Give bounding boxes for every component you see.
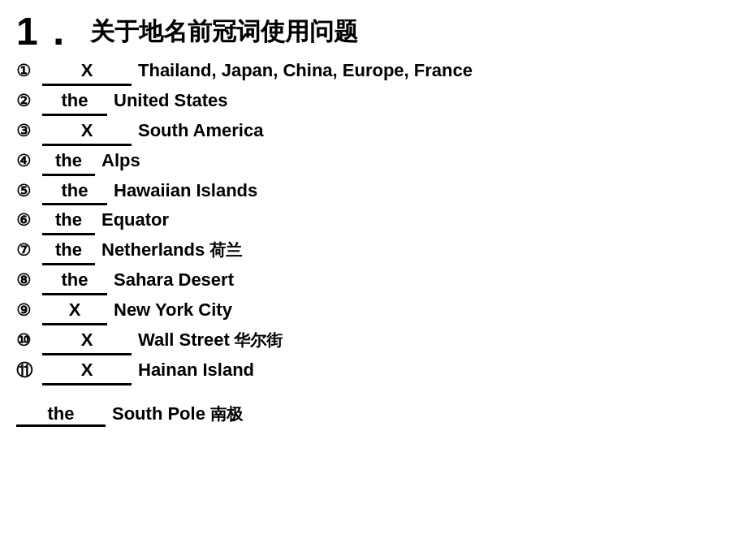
title-row: 1． 关于地名前冠词使用问题 [16, 12, 731, 51]
extra-row: the South Pole 南极 [16, 403, 731, 427]
item-content: Equator [101, 207, 169, 233]
item-number: ⑪ [16, 359, 42, 382]
item-number: ⑩ [16, 329, 42, 352]
item-list: ①XThailand, Japan, China, Europe, France… [16, 58, 731, 386]
item-content: Hainan Island [138, 357, 254, 383]
answer-blank: the [42, 88, 107, 116]
list-item: ①XThailand, Japan, China, Europe, France [16, 58, 731, 86]
item-content: Wall Street 华尔街 [138, 327, 283, 353]
item-number: ⑤ [16, 179, 42, 203]
item-zh: 华尔街 [230, 331, 283, 349]
list-item: ②theUnited States [16, 88, 731, 116]
item-content: Sahara Desert [114, 267, 234, 293]
answer-blank: the [42, 178, 107, 206]
answer-blank: X [42, 118, 132, 146]
extra-content: South Pole 南极 [112, 403, 243, 425]
title-number: 1． [16, 12, 77, 51]
item-content: South America [138, 118, 263, 144]
list-item: ⑧theSahara Desert [16, 267, 731, 295]
item-number: ⑦ [16, 239, 42, 262]
list-item: ⑩XWall Street 华尔街 [16, 327, 731, 355]
item-number: ③ [16, 119, 42, 143]
answer-blank: X [42, 297, 107, 325]
item-number: ⑨ [16, 299, 42, 322]
answer-blank: X [42, 327, 132, 355]
item-content: Thailand, Japan, China, Europe, France [138, 58, 473, 84]
answer-blank: the [42, 237, 95, 265]
answer-blank: X [42, 58, 132, 86]
list-item: ⑥theEquator [16, 207, 731, 235]
item-content: Hawaiian Islands [114, 178, 257, 204]
extra-blank: the [16, 403, 106, 427]
answer-blank: the [42, 148, 95, 176]
item-number: ① [16, 59, 42, 83]
item-content: United States [114, 88, 228, 114]
item-number: ④ [16, 149, 42, 173]
answer-blank: the [42, 207, 95, 235]
item-content: Netherlands 荷兰 [101, 237, 242, 263]
page-container: 1． 关于地名前冠词使用问题 ①XThailand, Japan, China,… [16, 12, 731, 427]
item-zh: 荷兰 [205, 241, 242, 259]
list-item: ⑦theNetherlands 荷兰 [16, 237, 731, 265]
answer-blank: the [42, 267, 107, 295]
item-content: Alps [101, 148, 140, 174]
item-number: ⑥ [16, 209, 42, 232]
item-number: ② [16, 89, 42, 113]
item-number: ⑧ [16, 269, 42, 292]
list-item: ④theAlps [16, 148, 731, 176]
extra-zh: 南极 [210, 405, 243, 423]
list-item: ⑪XHainan Island [16, 357, 731, 386]
list-item: ⑤theHawaiian Islands [16, 178, 731, 206]
title-text: 关于地名前冠词使用问题 [90, 15, 358, 49]
item-content: New York City [114, 297, 232, 323]
list-item: ③XSouth America [16, 118, 731, 146]
answer-blank: X [42, 357, 132, 386]
list-item: ⑨XNew York City [16, 297, 731, 325]
extra-place: South Pole [112, 403, 205, 424]
